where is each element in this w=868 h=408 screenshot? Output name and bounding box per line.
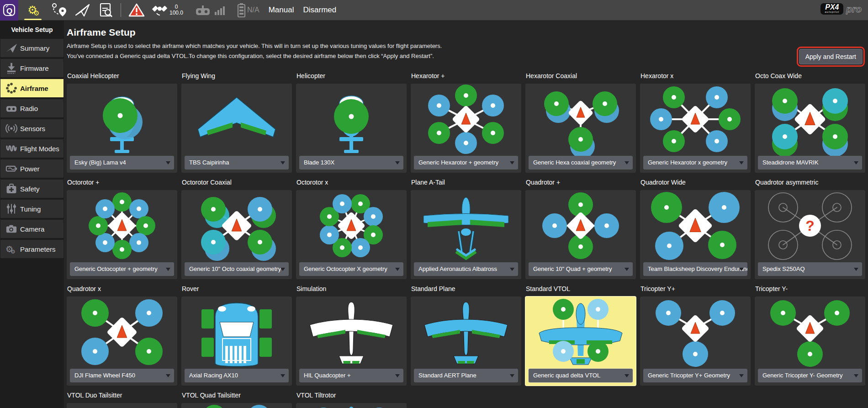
sidebar-item-safety[interactable]: Safety xyxy=(0,180,64,198)
airframe-model-dropdown[interactable]: Spedix S250AQ xyxy=(758,262,862,276)
airframe-cell: Quadrotor xDJI Flame Wheel F450 xyxy=(67,285,177,386)
airframe-card-plane-a-tail[interactable]: Applied Aeronautics Albatross xyxy=(411,190,521,279)
airframe-card-coaxial-helicopter[interactable]: Esky (Big) Lama v4 xyxy=(67,84,177,173)
airframe-model-dropdown[interactable]: Generic Tricopter Y- Geometry xyxy=(758,369,862,382)
airframe-setup-page: Airframe Setup Airframe Setup is used to… xyxy=(64,21,868,408)
power-battery-icon xyxy=(5,163,20,175)
airframe-card-hexarotor[interactable]: Generic Hexarotor + geometry xyxy=(411,84,521,173)
airframe-card-standard-vtol[interactable]: Generic quad delta VTOL xyxy=(525,297,636,386)
apply-and-restart-highlight: Apply and Restart xyxy=(797,47,865,67)
apply-and-restart-button[interactable]: Apply and Restart xyxy=(799,49,863,64)
airframe-grid: Coaxial HelicopterEsky (Big) Lama v4Flyi… xyxy=(67,72,868,408)
sidebar-item-power[interactable]: Power xyxy=(0,159,64,178)
airframe-model-value: Spedix S250AQ xyxy=(758,262,862,276)
airframe-type-label: Hexarotor Coaxial xyxy=(526,72,636,80)
airframe-card-standard-plane[interactable]: Standard AERT Plane xyxy=(411,297,521,386)
dropdown-arrow-icon xyxy=(510,268,514,271)
plan-route-icon[interactable] xyxy=(50,2,67,18)
sidebar-item-summary[interactable]: Summary xyxy=(0,39,64,57)
page-title: Airframe Setup xyxy=(67,27,868,38)
airframe-model-value: Generic Octocopter + geometry xyxy=(70,262,174,276)
airframe-card-vtol-duo-tailsitter[interactable] xyxy=(67,403,177,408)
airframe-card-simulation[interactable]: HIL Quadcopter + xyxy=(296,297,407,386)
airframe-type-label: Quadrotor + xyxy=(526,179,636,186)
airframe-model-dropdown[interactable]: Generic Hexarotor x geometry xyxy=(643,156,747,170)
rc-transmitter-icon[interactable] xyxy=(195,3,211,17)
sidebar-item-airframe[interactable]: Airframe xyxy=(0,79,64,97)
airframe-model-dropdown[interactable]: HIL Quadcopter + xyxy=(299,369,403,382)
warning-triangle-icon[interactable] xyxy=(128,3,145,17)
airframe-model-dropdown[interactable]: Generic Tricopter Y+ Geometry xyxy=(643,369,747,382)
qgc-logo-icon[interactable]: Q xyxy=(0,0,18,21)
airframe-card-hexarotor-x[interactable]: Generic Hexarotor x geometry xyxy=(640,84,751,173)
summary-plane-icon xyxy=(5,42,20,54)
airframe-cell: Quadrotor +Generic 10" Quad + geometry xyxy=(525,179,636,279)
battery-icon[interactable] xyxy=(236,2,246,18)
airframe-card-vtol-quad-tailsitter[interactable] xyxy=(181,403,292,408)
airframe-model-dropdown[interactable]: TBS Caipirinha xyxy=(185,156,289,170)
sidebar-item-firmware[interactable]: Firmware xyxy=(0,59,64,77)
fly-paper-plane-icon[interactable] xyxy=(74,3,90,17)
sidebar-item-radio[interactable]: Radio xyxy=(0,99,64,117)
sidebar-item-sensors[interactable]: Sensors xyxy=(0,119,64,138)
airframe-model-dropdown[interactable]: DJI Flame Wheel F450 xyxy=(70,369,174,382)
airframe-model-dropdown[interactable]: Generic 10" Quad + geometry xyxy=(529,262,633,276)
airframe-model-dropdown[interactable]: Steadidrone MAVRIK xyxy=(758,156,862,170)
sidebar-item-flight-modes[interactable]: Flight Modes xyxy=(0,139,64,158)
airframe-model-dropdown[interactable]: Axial Racing AX10 xyxy=(185,369,289,382)
airframe-card-flying-wing[interactable]: TBS Caipirinha xyxy=(181,84,292,173)
airframe-type-label: VTOL Duo Tailsitter xyxy=(67,392,177,399)
airframe-cell: Octo Coax WideSteadidrone MAVRIK xyxy=(755,72,865,173)
sidebar-item-label: Flight Modes xyxy=(20,145,59,153)
dropdown-arrow-icon xyxy=(510,374,514,377)
vtol-diagram xyxy=(525,297,636,369)
airframe-card-octorotor-x[interactable]: Generic Octocopter X geometry xyxy=(296,190,407,279)
sidebar-item-label: Tuning xyxy=(20,205,41,213)
airframe-model-dropdown[interactable]: Standard AERT Plane xyxy=(414,369,518,382)
gps-status[interactable]: 0 100.0 xyxy=(169,4,183,16)
airframe-model-dropdown[interactable]: Generic Hexarotor + geometry xyxy=(414,156,518,170)
airframe-card-quadrotor[interactable]: Generic 10" Quad + geometry xyxy=(525,190,636,279)
airframe-card-helicopter[interactable]: Blade 130X xyxy=(296,84,407,173)
airframe-model-dropdown[interactable]: Generic Octocopter X geometry xyxy=(299,262,403,276)
airframe-model-value: Standard AERT Plane xyxy=(414,369,518,382)
airframe-card-quadrotor-wide[interactable]: Team Blacksheep Discovery Endurance xyxy=(640,190,751,279)
airframe-model-value: Generic 10" Quad + geometry xyxy=(529,262,633,276)
sidebar-item-camera[interactable]: Camera xyxy=(0,220,64,238)
airframe-card-octorotor[interactable]: Generic Octocopter + geometry xyxy=(67,190,177,279)
airframe-card-rover[interactable]: Axial Racing AX10 xyxy=(181,297,292,386)
flight-mode-label[interactable]: Manual xyxy=(269,5,294,15)
airframe-card-quadrotor-asymmetric[interactable]: ?Spedix S250AQ xyxy=(755,190,865,279)
toolbar-divider xyxy=(121,3,121,17)
airframe-card-octo-coax-wide[interactable]: Steadidrone MAVRIK xyxy=(755,84,865,173)
airframe-card-quadrotor-x[interactable]: DJI Flame Wheel F450 xyxy=(67,297,177,386)
dropdown-arrow-icon xyxy=(625,268,629,271)
analyze-document-icon[interactable] xyxy=(98,2,113,18)
sidebar-item-parameters[interactable]: ⚙⚙Parameters xyxy=(0,240,64,258)
airframe-motors-icon xyxy=(5,82,20,94)
dropdown-arrow-icon xyxy=(854,268,858,271)
airframe-model-dropdown[interactable]: Generic Hexa coaxial geometry xyxy=(529,156,633,170)
airframe-model-dropdown[interactable]: Applied Aeronautics Albatross xyxy=(414,262,518,276)
airframe-model-dropdown[interactable]: Generic Octocopter + geometry xyxy=(70,262,174,276)
airframe-card-tricopter-y[interactable]: Generic Tricopter Y- Geometry xyxy=(755,297,865,386)
airframe-type-label: Flying Wing xyxy=(182,72,292,80)
quad-plus-diagram xyxy=(525,190,636,262)
airframe-model-dropdown[interactable]: Team Blacksheep Discovery Endurance xyxy=(643,262,747,276)
vehicle-setup-gears-icon[interactable]: ⚙⚙ xyxy=(22,0,43,21)
airframe-card-tricopter-y[interactable]: Generic Tricopter Y+ Geometry xyxy=(640,297,751,386)
dropdown-arrow-icon xyxy=(739,161,744,164)
airframe-model-dropdown[interactable]: Generic 10" Octo coaxial geometry xyxy=(185,262,289,276)
airframe-type-label: VTOL Quad Tailsitter xyxy=(182,392,292,399)
airframe-card-octorotor-coaxial[interactable]: Generic 10" Octo coaxial geometry xyxy=(181,190,292,279)
airframe-card-vtol-tiltrotor[interactable] xyxy=(296,403,407,408)
sidebar-item-tuning[interactable]: Tuning xyxy=(0,200,64,218)
armed-status-label[interactable]: Disarmed xyxy=(303,5,336,15)
sidebar-item-label: Summary xyxy=(20,44,49,52)
airframe-model-dropdown[interactable]: Esky (Big) Lama v4 xyxy=(70,156,174,170)
airframe-cell: VTOL Tiltrotor xyxy=(296,392,407,408)
airframe-card-hexarotor-coaxial[interactable]: Generic Hexa coaxial geometry xyxy=(525,84,636,173)
airframe-model-dropdown[interactable]: Blade 130X xyxy=(299,156,403,170)
gps-satellite-icon[interactable] xyxy=(152,3,168,17)
airframe-model-dropdown[interactable]: Generic quad delta VTOL xyxy=(529,369,633,382)
